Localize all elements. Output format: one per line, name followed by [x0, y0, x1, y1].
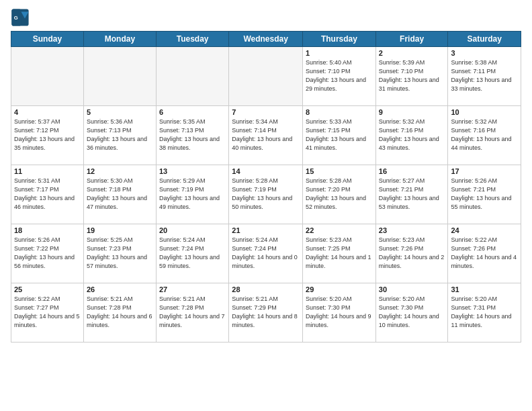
col-header-monday: Monday [83, 32, 156, 47]
day-info: Sunrise: 5:20 AMSunset: 7:31 PMDaylight:… [451, 295, 518, 330]
calendar-cell: 13Sunrise: 5:29 AMSunset: 7:19 PMDayligh… [157, 165, 229, 224]
day-number: 19 [87, 226, 153, 234]
day-number: 2 [379, 49, 445, 57]
day-number: 8 [306, 108, 373, 116]
logo-icon: G [11, 8, 30, 27]
calendar-cell: 24Sunrise: 5:22 AMSunset: 7:26 PMDayligh… [448, 224, 521, 283]
calendar-week-2: 4Sunrise: 5:37 AMSunset: 7:12 PMDaylight… [11, 106, 521, 165]
calendar-cell [157, 47, 229, 106]
day-number: 23 [379, 226, 445, 234]
day-number: 21 [232, 226, 300, 234]
header: G [11, 8, 521, 27]
calendar-cell: 12Sunrise: 5:30 AMSunset: 7:18 PMDayligh… [83, 165, 156, 224]
day-info: Sunrise: 5:25 AMSunset: 7:23 PMDaylight:… [87, 236, 153, 271]
day-number: 6 [159, 108, 226, 116]
calendar-cell: 25Sunrise: 5:22 AMSunset: 7:27 PMDayligh… [11, 283, 84, 342]
day-info: Sunrise: 5:37 AMSunset: 7:12 PMDaylight:… [14, 118, 81, 152]
calendar-cell: 15Sunrise: 5:28 AMSunset: 7:20 PMDayligh… [303, 165, 376, 224]
calendar-cell: 1Sunrise: 5:40 AMSunset: 7:10 PMDaylight… [303, 47, 376, 106]
day-info: Sunrise: 5:29 AMSunset: 7:19 PMDaylight:… [159, 177, 226, 212]
day-info: Sunrise: 5:30 AMSunset: 7:18 PMDaylight:… [87, 177, 153, 212]
logo: G [11, 8, 32, 27]
day-number: 10 [451, 108, 518, 116]
calendar-cell: 3Sunrise: 5:38 AMSunset: 7:11 PMDaylight… [448, 47, 521, 106]
calendar-cell: 19Sunrise: 5:25 AMSunset: 7:23 PMDayligh… [83, 224, 156, 283]
calendar-cell: 10Sunrise: 5:32 AMSunset: 7:16 PMDayligh… [448, 106, 521, 165]
calendar-week-3: 11Sunrise: 5:31 AMSunset: 7:17 PMDayligh… [11, 165, 521, 224]
calendar-cell: 28Sunrise: 5:21 AMSunset: 7:29 PMDayligh… [229, 283, 303, 342]
day-info: Sunrise: 5:22 AMSunset: 7:26 PMDaylight:… [451, 236, 518, 271]
calendar-cell: 8Sunrise: 5:33 AMSunset: 7:15 PMDaylight… [303, 106, 376, 165]
day-number: 1 [306, 49, 373, 57]
calendar-cell: 14Sunrise: 5:28 AMSunset: 7:19 PMDayligh… [229, 165, 303, 224]
calendar-cell: 16Sunrise: 5:27 AMSunset: 7:21 PMDayligh… [375, 165, 448, 224]
calendar-cell: 30Sunrise: 5:20 AMSunset: 7:30 PMDayligh… [375, 283, 448, 342]
calendar-week-5: 25Sunrise: 5:22 AMSunset: 7:27 PMDayligh… [11, 283, 521, 342]
day-number: 26 [87, 285, 153, 293]
calendar-cell: 9Sunrise: 5:32 AMSunset: 7:16 PMDaylight… [375, 106, 448, 165]
day-info: Sunrise: 5:35 AMSunset: 7:13 PMDaylight:… [159, 118, 226, 152]
calendar-cell: 17Sunrise: 5:26 AMSunset: 7:21 PMDayligh… [448, 165, 521, 224]
day-info: Sunrise: 5:36 AMSunset: 7:13 PMDaylight:… [87, 118, 153, 152]
day-number: 14 [232, 167, 300, 175]
day-info: Sunrise: 5:27 AMSunset: 7:21 PMDaylight:… [379, 177, 445, 212]
col-header-saturday: Saturday [448, 32, 521, 47]
day-info: Sunrise: 5:20 AMSunset: 7:30 PMDaylight:… [306, 295, 373, 330]
col-header-thursday: Thursday [303, 32, 376, 47]
calendar-cell: 26Sunrise: 5:21 AMSunset: 7:28 PMDayligh… [83, 283, 156, 342]
day-number: 28 [232, 285, 300, 293]
calendar-week-4: 18Sunrise: 5:26 AMSunset: 7:22 PMDayligh… [11, 224, 521, 283]
calendar-cell: 21Sunrise: 5:24 AMSunset: 7:24 PMDayligh… [229, 224, 303, 283]
calendar-cell: 18Sunrise: 5:26 AMSunset: 7:22 PMDayligh… [11, 224, 84, 283]
col-header-sunday: Sunday [11, 32, 84, 47]
col-header-tuesday: Tuesday [157, 32, 229, 47]
calendar-cell: 27Sunrise: 5:21 AMSunset: 7:28 PMDayligh… [157, 283, 229, 342]
day-info: Sunrise: 5:40 AMSunset: 7:10 PMDaylight:… [306, 58, 373, 93]
calendar-cell: 7Sunrise: 5:34 AMSunset: 7:14 PMDaylight… [229, 106, 303, 165]
calendar: SundayMondayTuesdayWednesdayThursdayFrid… [11, 31, 521, 342]
day-number: 20 [159, 226, 226, 234]
calendar-cell [11, 47, 84, 106]
day-info: Sunrise: 5:33 AMSunset: 7:15 PMDaylight:… [306, 118, 373, 152]
day-info: Sunrise: 5:38 AMSunset: 7:11 PMDaylight:… [451, 58, 518, 93]
day-number: 27 [159, 285, 226, 293]
calendar-header-row: SundayMondayTuesdayWednesdayThursdayFrid… [11, 32, 521, 47]
col-header-wednesday: Wednesday [229, 32, 303, 47]
day-number: 22 [306, 226, 373, 234]
day-info: Sunrise: 5:21 AMSunset: 7:28 PMDaylight:… [87, 295, 153, 330]
day-info: Sunrise: 5:34 AMSunset: 7:14 PMDaylight:… [232, 118, 300, 152]
calendar-cell [83, 47, 156, 106]
day-number: 17 [451, 167, 518, 175]
day-info: Sunrise: 5:23 AMSunset: 7:26 PMDaylight:… [379, 236, 445, 271]
day-number: 11 [14, 167, 81, 175]
page: G SundayMondayTuesdayWednesdayThursdayFr… [0, 0, 532, 411]
day-info: Sunrise: 5:28 AMSunset: 7:20 PMDaylight:… [306, 177, 373, 212]
day-number: 4 [14, 108, 81, 116]
calendar-cell: 31Sunrise: 5:20 AMSunset: 7:31 PMDayligh… [448, 283, 521, 342]
day-number: 5 [87, 108, 153, 116]
calendar-cell: 23Sunrise: 5:23 AMSunset: 7:26 PMDayligh… [375, 224, 448, 283]
calendar-cell: 6Sunrise: 5:35 AMSunset: 7:13 PMDaylight… [157, 106, 229, 165]
calendar-cell: 2Sunrise: 5:39 AMSunset: 7:10 PMDaylight… [375, 47, 448, 106]
day-info: Sunrise: 5:24 AMSunset: 7:24 PMDaylight:… [159, 236, 226, 271]
calendar-cell [229, 47, 303, 106]
day-info: Sunrise: 5:32 AMSunset: 7:16 PMDaylight:… [451, 118, 518, 152]
day-number: 25 [14, 285, 81, 293]
day-info: Sunrise: 5:21 AMSunset: 7:29 PMDaylight:… [232, 295, 300, 330]
day-number: 9 [379, 108, 445, 116]
calendar-week-1: 1Sunrise: 5:40 AMSunset: 7:10 PMDaylight… [11, 47, 521, 106]
day-number: 18 [14, 226, 81, 234]
calendar-cell: 22Sunrise: 5:23 AMSunset: 7:25 PMDayligh… [303, 224, 376, 283]
day-info: Sunrise: 5:24 AMSunset: 7:24 PMDaylight:… [232, 236, 300, 271]
day-number: 7 [232, 108, 300, 116]
day-info: Sunrise: 5:39 AMSunset: 7:10 PMDaylight:… [379, 58, 445, 93]
day-number: 30 [379, 285, 445, 293]
svg-text:G: G [14, 15, 18, 21]
calendar-cell: 29Sunrise: 5:20 AMSunset: 7:30 PMDayligh… [303, 283, 376, 342]
day-info: Sunrise: 5:26 AMSunset: 7:22 PMDaylight:… [14, 236, 81, 271]
calendar-cell: 20Sunrise: 5:24 AMSunset: 7:24 PMDayligh… [157, 224, 229, 283]
calendar-cell: 5Sunrise: 5:36 AMSunset: 7:13 PMDaylight… [83, 106, 156, 165]
day-info: Sunrise: 5:20 AMSunset: 7:30 PMDaylight:… [379, 295, 445, 330]
day-info: Sunrise: 5:23 AMSunset: 7:25 PMDaylight:… [306, 236, 373, 271]
calendar-cell: 4Sunrise: 5:37 AMSunset: 7:12 PMDaylight… [11, 106, 84, 165]
